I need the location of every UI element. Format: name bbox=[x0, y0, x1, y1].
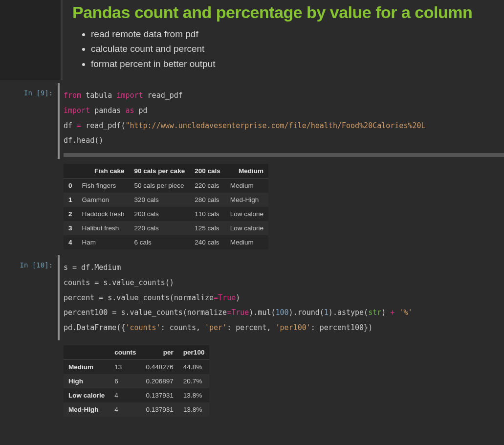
table-row: Medium130.44827644.8% bbox=[64, 359, 209, 374]
operator-plus: + bbox=[390, 308, 394, 317]
row-index: Medium bbox=[64, 359, 110, 374]
table-cell: 4 bbox=[110, 402, 141, 417]
dataframe-table: counts per per100 Medium130.44827644.8%H… bbox=[64, 345, 209, 417]
string-literal: 'per100' bbox=[276, 323, 311, 332]
table-cell: Medium bbox=[225, 178, 268, 193]
table-header: counts bbox=[110, 345, 141, 360]
code-line: s = df.Medium bbox=[64, 263, 121, 272]
table-row: Low calorie40.13793113.8% bbox=[64, 388, 209, 402]
code-fragment: : counts, bbox=[161, 323, 205, 332]
table-cell: 50 cals per piece bbox=[130, 178, 190, 193]
function-call: read_pdf bbox=[86, 121, 121, 130]
table-cell: Low calorie bbox=[225, 207, 268, 221]
bullet-item: calculate count and percent bbox=[91, 42, 494, 56]
table-row: 3Halibut fresh220 cals125 calsLow calori… bbox=[64, 221, 268, 235]
table-cell: 6 bbox=[110, 374, 141, 388]
code-fragment: ).mul( bbox=[249, 308, 275, 317]
code-fragment: ) bbox=[381, 308, 390, 317]
code-fragment: ).astype( bbox=[329, 308, 368, 317]
code-input-area[interactable]: from tabula import read_pdf import panda… bbox=[64, 83, 504, 159]
table-header-row: Fish cake 90 cals per cake 200 cals Medi… bbox=[64, 164, 268, 178]
code-fragment bbox=[394, 308, 399, 317]
table-cell: Gammon bbox=[77, 193, 130, 207]
output-gutter bbox=[0, 345, 64, 417]
string-literal: '%' bbox=[399, 308, 412, 317]
cell-run-indicator bbox=[58, 83, 60, 159]
bullet-list: read remote data from pdf calculate coun… bbox=[72, 27, 494, 71]
code-line: counts = s.value_counts() bbox=[64, 278, 174, 287]
table-cell: 0.448276 bbox=[141, 359, 178, 374]
method-call: df.head() bbox=[64, 136, 103, 145]
string-literal: "http://www.uncledavesenterprise.com/fil… bbox=[125, 121, 425, 130]
table-row: 1Gammon320 cals280 calsMed-High bbox=[64, 193, 268, 207]
table-cell: 13.8% bbox=[178, 402, 210, 417]
row-index: 0 bbox=[64, 178, 77, 193]
operator-equals: = bbox=[227, 308, 231, 317]
code-fragment: : percent, bbox=[227, 323, 275, 332]
table-cell: 0.137931 bbox=[141, 402, 178, 417]
table-cell: 200 cals bbox=[130, 207, 190, 221]
dataframe-table: Fish cake 90 cals per cake 200 cals Medi… bbox=[64, 164, 268, 249]
table-cell: 280 cals bbox=[190, 193, 225, 207]
output-gutter bbox=[0, 164, 64, 249]
table-row: High60.20689720.7% bbox=[64, 374, 209, 388]
input-prompt: In [9]: bbox=[0, 83, 58, 159]
output-content: Fish cake 90 cals per cake 200 cals Medi… bbox=[64, 164, 504, 249]
code-fragment: ) bbox=[236, 293, 240, 302]
string-literal: 'counts' bbox=[125, 323, 160, 332]
code-block[interactable]: from tabula import read_pdf import panda… bbox=[64, 83, 504, 153]
table-cell: Medium bbox=[225, 235, 268, 249]
cell-run-indicator bbox=[58, 255, 60, 340]
table-cell: Low calorie bbox=[225, 221, 268, 235]
code-cell: In [10]: s = df.Medium counts = s.value_… bbox=[0, 255, 504, 340]
table-header bbox=[64, 345, 110, 360]
keyword-as: as bbox=[125, 106, 134, 115]
identifier: pd bbox=[139, 106, 148, 115]
table-row: Med-High40.13793113.8% bbox=[64, 402, 209, 417]
output-cell: Fish cake 90 cals per cake 200 cals Medi… bbox=[0, 164, 504, 249]
code-fragment: percent100 = s.value_counts(normalize bbox=[64, 308, 227, 317]
table-header: 200 cals bbox=[190, 164, 225, 178]
output-content: counts per per100 Medium130.44827644.8%H… bbox=[64, 345, 504, 417]
constant-true: True bbox=[231, 308, 249, 317]
code-fragment: percent = s.value_counts(normalize bbox=[64, 293, 214, 302]
number-literal: 1 bbox=[324, 308, 329, 317]
code-fragment: : percent100}) bbox=[311, 323, 373, 332]
table-header: per100 bbox=[178, 345, 210, 360]
table-cell: Fish fingers bbox=[77, 178, 130, 193]
row-index: 3 bbox=[64, 221, 77, 235]
keyword-import: import bbox=[116, 91, 143, 100]
table-cell: Med-High bbox=[225, 193, 268, 207]
horizontal-scrollbar[interactable] bbox=[64, 153, 504, 157]
code-block[interactable]: s = df.Medium counts = s.value_counts() … bbox=[64, 255, 504, 340]
table-cell: Ham bbox=[77, 235, 130, 249]
row-index: High bbox=[64, 374, 110, 388]
bullet-item: read remote data from pdf bbox=[91, 27, 494, 42]
table-header: Medium bbox=[225, 164, 268, 178]
table-row: 0Fish fingers50 cals per piece220 calsMe… bbox=[64, 178, 268, 193]
table-row: 2Haddock fresh200 cals110 calsLow calori… bbox=[64, 207, 268, 221]
code-fragment: pd.DataFrame({ bbox=[64, 323, 125, 332]
keyword-from: from bbox=[64, 91, 81, 100]
table-cell: 4 bbox=[110, 388, 141, 402]
row-index: 4 bbox=[64, 235, 77, 249]
module-name: tabula bbox=[86, 91, 112, 100]
page-title: Pandas count and percentage by value for… bbox=[72, 3, 494, 22]
identifier: df bbox=[64, 121, 77, 130]
row-index: 2 bbox=[64, 207, 77, 221]
code-cell: In [9]: from tabula import read_pdf impo… bbox=[0, 83, 504, 159]
code-input-area[interactable]: s = df.Medium counts = s.value_counts() … bbox=[64, 255, 504, 340]
table-cell: 13 bbox=[110, 359, 141, 374]
keyword-import: import bbox=[64, 106, 90, 115]
table-row: 4Ham6 cals240 calsMedium bbox=[64, 235, 268, 249]
table-cell: 0.137931 bbox=[141, 388, 178, 402]
table-cell: Halibut fresh bbox=[77, 221, 130, 235]
markdown-content: Pandas count and percentage by value for… bbox=[63, 0, 504, 80]
row-index: Low calorie bbox=[64, 388, 110, 402]
table-cell: 220 cals bbox=[130, 221, 190, 235]
table-cell: Haddock fresh bbox=[77, 207, 130, 221]
table-header-row: counts per per100 bbox=[64, 345, 209, 360]
row-index: 1 bbox=[64, 193, 77, 207]
builtin-str: str bbox=[368, 308, 381, 317]
cell-gutter bbox=[0, 0, 63, 80]
